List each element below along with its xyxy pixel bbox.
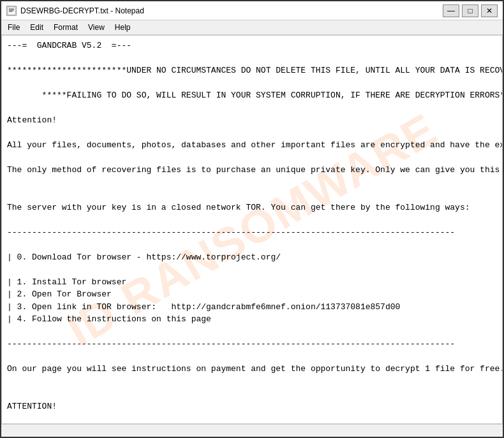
status-bar	[1, 424, 503, 437]
menu-bar: File Edit Format View Help	[1, 20, 503, 35]
close-button[interactable]: ✕	[481, 4, 498, 17]
menu-file[interactable]: File	[4, 22, 24, 33]
menu-edit[interactable]: Edit	[26, 22, 47, 33]
text-editor-area[interactable]: ID RANSOMWARE ---= GANDCRAB V5.2 =--- **…	[1, 35, 503, 424]
window-controls: — □ ✕	[443, 4, 498, 17]
menu-format[interactable]: Format	[50, 22, 82, 33]
notepad-window: DSEWRBG-DECRYPT.txt - Notepad — □ ✕ File…	[0, 0, 504, 438]
title-bar: DSEWRBG-DECRYPT.txt - Notepad — □ ✕	[1, 1, 503, 20]
title-bar-left: DSEWRBG-DECRYPT.txt - Notepad	[6, 6, 144, 16]
maximize-button[interactable]: □	[462, 4, 478, 17]
notepad-icon	[6, 6, 17, 16]
window-title: DSEWRBG-DECRYPT.txt - Notepad	[20, 6, 144, 15]
menu-help[interactable]: Help	[111, 22, 135, 33]
menu-view[interactable]: View	[84, 22, 108, 33]
status-info	[6, 427, 8, 435]
text-content: ---= GANDCRAB V5.2 =--- ****************…	[7, 40, 497, 424]
minimize-button[interactable]: —	[443, 4, 459, 17]
svg-rect-0	[8, 7, 15, 15]
